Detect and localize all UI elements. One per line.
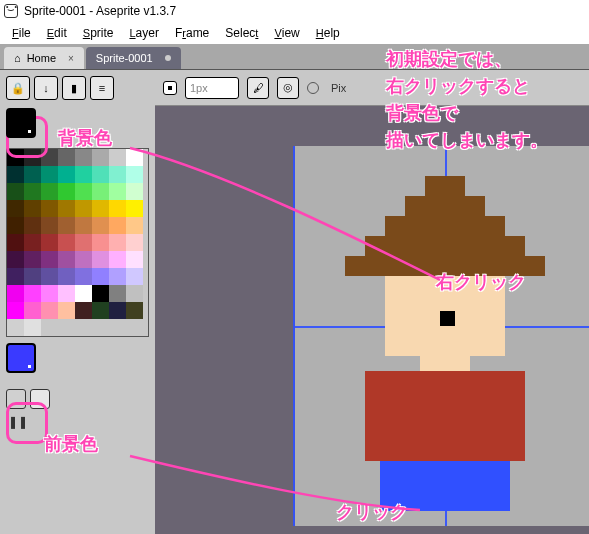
- palette-color[interactable]: [75, 251, 92, 268]
- palette-color[interactable]: [109, 251, 126, 268]
- secondary-fg-swatch[interactable]: [6, 343, 36, 373]
- palette-color[interactable]: [75, 285, 92, 302]
- palette-color[interactable]: [126, 268, 143, 285]
- palette-color[interactable]: [41, 234, 58, 251]
- menu-layer[interactable]: Layer: [123, 24, 164, 42]
- brush-size-input[interactable]: [185, 77, 239, 99]
- palette-color[interactable]: [75, 217, 92, 234]
- palette-color[interactable]: [58, 268, 75, 285]
- palette-color[interactable]: [41, 217, 58, 234]
- palette-color[interactable]: [7, 268, 24, 285]
- palette-color[interactable]: [41, 251, 58, 268]
- palette-color[interactable]: [58, 319, 75, 336]
- palette-color[interactable]: [24, 319, 41, 336]
- palette-color[interactable]: [109, 268, 126, 285]
- menu-help[interactable]: Help: [310, 24, 346, 42]
- palette-color[interactable]: [109, 234, 126, 251]
- palette-color[interactable]: [126, 302, 143, 319]
- palette-color[interactable]: [75, 183, 92, 200]
- palette-color[interactable]: [24, 234, 41, 251]
- palette-color[interactable]: [92, 217, 109, 234]
- palette-color[interactable]: [58, 285, 75, 302]
- palette-color[interactable]: [41, 319, 58, 336]
- palette-color[interactable]: [126, 319, 143, 336]
- palette-color[interactable]: [41, 302, 58, 319]
- palette-color[interactable]: [24, 285, 41, 302]
- palette-color[interactable]: [126, 285, 143, 302]
- sort-button[interactable]: ↓: [34, 76, 58, 100]
- palette-color[interactable]: [7, 251, 24, 268]
- palette-color[interactable]: [75, 234, 92, 251]
- palette-color[interactable]: [75, 166, 92, 183]
- palette-color[interactable]: [92, 302, 109, 319]
- palette-color[interactable]: [75, 268, 92, 285]
- palette-color[interactable]: [41, 183, 58, 200]
- close-icon[interactable]: ×: [68, 53, 74, 64]
- menu-sprite[interactable]: Sprite: [77, 24, 120, 42]
- palette-color[interactable]: [24, 217, 41, 234]
- palette-color[interactable]: [109, 217, 126, 234]
- brush-shape-button[interactable]: [163, 81, 177, 95]
- palette-color[interactable]: [58, 234, 75, 251]
- palette-color[interactable]: [41, 285, 58, 302]
- palette-color[interactable]: [7, 217, 24, 234]
- palette-color[interactable]: [7, 200, 24, 217]
- palette-color[interactable]: [24, 251, 41, 268]
- palette-color[interactable]: [7, 302, 24, 319]
- preset-button[interactable]: ▮: [62, 76, 86, 100]
- palette-color[interactable]: [92, 166, 109, 183]
- palette-color[interactable]: [24, 302, 41, 319]
- menu-frame[interactable]: Frame: [169, 24, 215, 42]
- palette-color[interactable]: [7, 234, 24, 251]
- palette-color[interactable]: [92, 234, 109, 251]
- palette-color[interactable]: [75, 319, 92, 336]
- palette-color[interactable]: [75, 302, 92, 319]
- secondary-swatch[interactable]: [6, 343, 42, 379]
- palette-color[interactable]: [24, 183, 41, 200]
- palette-color[interactable]: [92, 251, 109, 268]
- palette-color[interactable]: [58, 217, 75, 234]
- tab-sprite[interactable]: Sprite-0001: [86, 47, 181, 69]
- palette-color[interactable]: [58, 200, 75, 217]
- palette-color[interactable]: [126, 149, 143, 166]
- foreground-swatch[interactable]: [6, 108, 36, 138]
- palette-color[interactable]: [58, 251, 75, 268]
- palette-color[interactable]: [92, 285, 109, 302]
- palette-color[interactable]: [41, 200, 58, 217]
- palette-color[interactable]: [126, 200, 143, 217]
- palette-color[interactable]: [7, 183, 24, 200]
- palette-color[interactable]: [109, 302, 126, 319]
- palette-color[interactable]: [126, 234, 143, 251]
- palette-color[interactable]: [7, 319, 24, 336]
- ink-button[interactable]: 🖋: [247, 77, 269, 99]
- palette-color[interactable]: [92, 268, 109, 285]
- palette-color[interactable]: [109, 285, 126, 302]
- palette-color[interactable]: [126, 166, 143, 183]
- canvas[interactable]: [155, 106, 589, 534]
- shading-button[interactable]: ◎: [277, 77, 299, 99]
- palette-color[interactable]: [58, 166, 75, 183]
- palette-color[interactable]: [92, 319, 109, 336]
- palette-color[interactable]: [92, 183, 109, 200]
- palette-color[interactable]: [41, 166, 58, 183]
- palette-color[interactable]: [109, 200, 126, 217]
- menu-file[interactable]: File: [6, 24, 37, 42]
- menu-edit[interactable]: Edit: [41, 24, 73, 42]
- palette-color[interactable]: [24, 200, 41, 217]
- palette-color[interactable]: [41, 268, 58, 285]
- palette-color[interactable]: [109, 183, 126, 200]
- palette-color[interactable]: [75, 149, 92, 166]
- options-button[interactable]: ≡: [90, 76, 114, 100]
- palette-color[interactable]: [92, 149, 109, 166]
- palette-color[interactable]: [58, 149, 75, 166]
- lock-button[interactable]: 🔒: [6, 76, 30, 100]
- palette-color[interactable]: [109, 149, 126, 166]
- palette-color[interactable]: [58, 183, 75, 200]
- tab-home[interactable]: ⌂ Home ×: [4, 47, 84, 69]
- palette-color[interactable]: [126, 251, 143, 268]
- menu-select[interactable]: Select: [219, 24, 264, 42]
- palette-color[interactable]: [109, 319, 126, 336]
- palette-color[interactable]: [24, 268, 41, 285]
- palette-color[interactable]: [126, 217, 143, 234]
- pixel-perfect-checkbox[interactable]: [307, 82, 319, 94]
